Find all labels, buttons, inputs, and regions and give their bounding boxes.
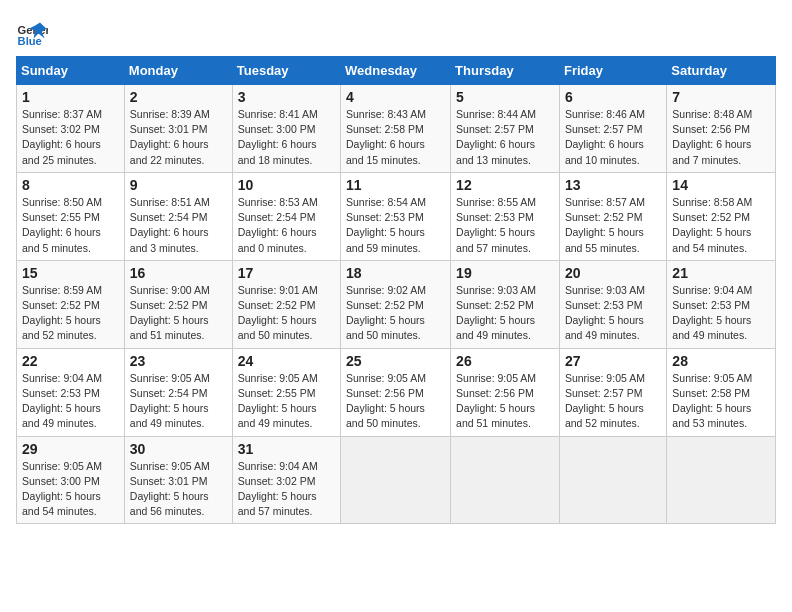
day-info: Sunrise: 9:03 AMSunset: 2:53 PMDaylight:… [565,283,661,344]
day-info: Sunrise: 9:04 AMSunset: 2:53 PMDaylight:… [672,283,770,344]
day-number: 16 [130,265,227,281]
calendar-cell: 8Sunrise: 8:50 AMSunset: 2:55 PMDaylight… [17,172,125,260]
calendar-cell: 17Sunrise: 9:01 AMSunset: 2:52 PMDayligh… [232,260,340,348]
calendar-week-row: 22Sunrise: 9:04 AMSunset: 2:53 PMDayligh… [17,348,776,436]
day-number: 12 [456,177,554,193]
day-number: 9 [130,177,227,193]
day-info: Sunrise: 9:01 AMSunset: 2:52 PMDaylight:… [238,283,335,344]
calendar-cell: 16Sunrise: 9:00 AMSunset: 2:52 PMDayligh… [124,260,232,348]
day-number: 15 [22,265,119,281]
calendar-cell: 13Sunrise: 8:57 AMSunset: 2:52 PMDayligh… [559,172,666,260]
calendar-cell: 21Sunrise: 9:04 AMSunset: 2:53 PMDayligh… [667,260,776,348]
day-info: Sunrise: 9:05 AMSunset: 3:01 PMDaylight:… [130,459,227,520]
day-info: Sunrise: 8:46 AMSunset: 2:57 PMDaylight:… [565,107,661,168]
day-info: Sunrise: 8:57 AMSunset: 2:52 PMDaylight:… [565,195,661,256]
calendar-cell: 28Sunrise: 9:05 AMSunset: 2:58 PMDayligh… [667,348,776,436]
day-number: 13 [565,177,661,193]
day-info: Sunrise: 8:54 AMSunset: 2:53 PMDaylight:… [346,195,445,256]
day-info: Sunrise: 9:00 AMSunset: 2:52 PMDaylight:… [130,283,227,344]
weekday-header-row: SundayMondayTuesdayWednesdayThursdayFrid… [17,57,776,85]
day-info: Sunrise: 8:41 AMSunset: 3:00 PMDaylight:… [238,107,335,168]
calendar-cell: 20Sunrise: 9:03 AMSunset: 2:53 PMDayligh… [559,260,666,348]
calendar-week-row: 15Sunrise: 8:59 AMSunset: 2:52 PMDayligh… [17,260,776,348]
day-number: 30 [130,441,227,457]
day-number: 8 [22,177,119,193]
day-number: 25 [346,353,445,369]
day-number: 3 [238,89,335,105]
day-number: 18 [346,265,445,281]
calendar-cell: 25Sunrise: 9:05 AMSunset: 2:56 PMDayligh… [341,348,451,436]
calendar-cell: 14Sunrise: 8:58 AMSunset: 2:52 PMDayligh… [667,172,776,260]
day-number: 1 [22,89,119,105]
day-number: 29 [22,441,119,457]
day-info: Sunrise: 8:51 AMSunset: 2:54 PMDaylight:… [130,195,227,256]
calendar-cell: 18Sunrise: 9:02 AMSunset: 2:52 PMDayligh… [341,260,451,348]
calendar-week-row: 1Sunrise: 8:37 AMSunset: 3:02 PMDaylight… [17,85,776,173]
day-info: Sunrise: 9:05 AMSunset: 2:55 PMDaylight:… [238,371,335,432]
day-number: 31 [238,441,335,457]
calendar-cell: 2Sunrise: 8:39 AMSunset: 3:01 PMDaylight… [124,85,232,173]
day-number: 21 [672,265,770,281]
calendar-cell [451,436,560,524]
day-info: Sunrise: 9:05 AMSunset: 2:54 PMDaylight:… [130,371,227,432]
day-info: Sunrise: 9:05 AMSunset: 3:00 PMDaylight:… [22,459,119,520]
day-info: Sunrise: 8:48 AMSunset: 2:56 PMDaylight:… [672,107,770,168]
calendar-cell: 10Sunrise: 8:53 AMSunset: 2:54 PMDayligh… [232,172,340,260]
day-info: Sunrise: 8:39 AMSunset: 3:01 PMDaylight:… [130,107,227,168]
calendar-table: SundayMondayTuesdayWednesdayThursdayFrid… [16,56,776,524]
calendar-cell: 24Sunrise: 9:05 AMSunset: 2:55 PMDayligh… [232,348,340,436]
day-number: 19 [456,265,554,281]
calendar-cell: 27Sunrise: 9:05 AMSunset: 2:57 PMDayligh… [559,348,666,436]
day-number: 5 [456,89,554,105]
page-header: General Blue [16,16,776,48]
day-info: Sunrise: 9:05 AMSunset: 2:56 PMDaylight:… [346,371,445,432]
calendar-cell: 6Sunrise: 8:46 AMSunset: 2:57 PMDaylight… [559,85,666,173]
weekday-header: Thursday [451,57,560,85]
calendar-cell [341,436,451,524]
day-number: 22 [22,353,119,369]
calendar-week-row: 8Sunrise: 8:50 AMSunset: 2:55 PMDaylight… [17,172,776,260]
day-info: Sunrise: 8:37 AMSunset: 3:02 PMDaylight:… [22,107,119,168]
day-number: 2 [130,89,227,105]
day-info: Sunrise: 9:05 AMSunset: 2:56 PMDaylight:… [456,371,554,432]
day-info: Sunrise: 9:05 AMSunset: 2:57 PMDaylight:… [565,371,661,432]
day-info: Sunrise: 8:50 AMSunset: 2:55 PMDaylight:… [22,195,119,256]
day-number: 4 [346,89,445,105]
calendar-cell: 12Sunrise: 8:55 AMSunset: 2:53 PMDayligh… [451,172,560,260]
day-number: 27 [565,353,661,369]
day-number: 14 [672,177,770,193]
weekday-header: Monday [124,57,232,85]
calendar-cell: 5Sunrise: 8:44 AMSunset: 2:57 PMDaylight… [451,85,560,173]
day-number: 23 [130,353,227,369]
calendar-cell: 1Sunrise: 8:37 AMSunset: 3:02 PMDaylight… [17,85,125,173]
calendar-cell: 19Sunrise: 9:03 AMSunset: 2:52 PMDayligh… [451,260,560,348]
day-info: Sunrise: 8:55 AMSunset: 2:53 PMDaylight:… [456,195,554,256]
calendar-cell: 3Sunrise: 8:41 AMSunset: 3:00 PMDaylight… [232,85,340,173]
day-info: Sunrise: 8:44 AMSunset: 2:57 PMDaylight:… [456,107,554,168]
calendar-week-row: 29Sunrise: 9:05 AMSunset: 3:00 PMDayligh… [17,436,776,524]
day-number: 11 [346,177,445,193]
calendar-cell: 30Sunrise: 9:05 AMSunset: 3:01 PMDayligh… [124,436,232,524]
day-number: 20 [565,265,661,281]
day-number: 10 [238,177,335,193]
day-info: Sunrise: 9:04 AMSunset: 2:53 PMDaylight:… [22,371,119,432]
day-info: Sunrise: 8:59 AMSunset: 2:52 PMDaylight:… [22,283,119,344]
calendar-cell: 4Sunrise: 8:43 AMSunset: 2:58 PMDaylight… [341,85,451,173]
day-info: Sunrise: 9:02 AMSunset: 2:52 PMDaylight:… [346,283,445,344]
logo: General Blue [16,16,48,48]
calendar-cell: 22Sunrise: 9:04 AMSunset: 2:53 PMDayligh… [17,348,125,436]
day-number: 17 [238,265,335,281]
calendar-cell [559,436,666,524]
calendar-cell: 9Sunrise: 8:51 AMSunset: 2:54 PMDaylight… [124,172,232,260]
weekday-header: Sunday [17,57,125,85]
day-number: 24 [238,353,335,369]
calendar-cell: 31Sunrise: 9:04 AMSunset: 3:02 PMDayligh… [232,436,340,524]
calendar-cell: 29Sunrise: 9:05 AMSunset: 3:00 PMDayligh… [17,436,125,524]
day-info: Sunrise: 8:43 AMSunset: 2:58 PMDaylight:… [346,107,445,168]
day-number: 28 [672,353,770,369]
calendar-cell: 7Sunrise: 8:48 AMSunset: 2:56 PMDaylight… [667,85,776,173]
weekday-header: Tuesday [232,57,340,85]
weekday-header: Friday [559,57,666,85]
calendar-cell: 26Sunrise: 9:05 AMSunset: 2:56 PMDayligh… [451,348,560,436]
day-info: Sunrise: 8:58 AMSunset: 2:52 PMDaylight:… [672,195,770,256]
